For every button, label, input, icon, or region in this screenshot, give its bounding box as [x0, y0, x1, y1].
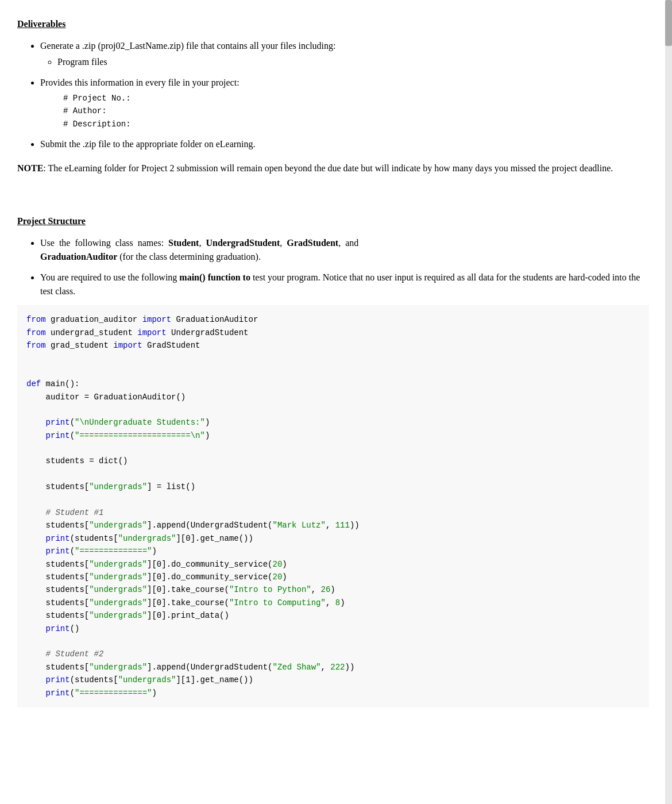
keyword-import: import — [142, 315, 171, 324]
project-structure-section: Project Structure Use the following clas… — [17, 214, 649, 707]
keyword-import: import — [113, 341, 142, 350]
deliverables-title: Deliverables — [17, 17, 649, 31]
keyword-from: from — [26, 315, 46, 324]
string-value: "undergrads" — [89, 560, 147, 569]
project-structure-list: Use the following class names: Student, … — [17, 236, 649, 298]
list-item-classes: Use the following class names: Student, … — [40, 236, 649, 264]
sub-list-1: Program files — [40, 55, 649, 69]
string-value: "undergrads" — [89, 598, 147, 607]
inline-code-block: # Project No.: # Author: # Description: — [63, 92, 649, 130]
code-line: # Project No.: — [63, 92, 649, 105]
code-line: # Description: — [63, 118, 649, 130]
keyword-print: print — [46, 418, 70, 427]
string-value: "=======================\n" — [75, 431, 205, 440]
number-value: 20 — [272, 560, 282, 569]
project-structure-title: Project Structure — [17, 214, 649, 228]
string-value: "undergrads" — [89, 521, 147, 530]
keyword-from: from — [26, 328, 46, 337]
string-value: "undergrads" — [89, 585, 147, 594]
list-item: Provides this information in every file … — [40, 76, 649, 130]
scrollbar-thumb[interactable] — [665, 0, 672, 46]
string-value: "undergrads" — [118, 675, 176, 684]
note-label: NOTE — [17, 163, 43, 173]
keyword-def: def — [26, 379, 41, 388]
class-name-graduation-auditor: GraduationAuditor — [40, 252, 117, 261]
spacer — [17, 186, 649, 209]
string-value: "undergrads" — [89, 611, 147, 620]
bullet-class-names: Use the following class names: Student, … — [40, 238, 358, 261]
list-item: Program files — [57, 55, 649, 69]
main-function-bold: main() function to — [179, 272, 250, 282]
bullet-main-function: You are required to use the following ma… — [40, 272, 640, 296]
string-value: "Mark Lutz" — [272, 521, 325, 530]
code-line: # Author: — [63, 105, 649, 117]
class-name-undergrad: UndergradStudent — [206, 238, 280, 248]
code-comment: # Student #1 — [46, 508, 104, 517]
keyword-import: import — [137, 328, 166, 337]
class-name-gradstudent: GradStudent — [287, 238, 338, 248]
keyword-print: print — [46, 547, 70, 556]
keyword-print: print — [46, 624, 70, 633]
keyword-print: print — [46, 675, 70, 684]
class-name-student: Student — [168, 238, 199, 248]
number-value: 8 — [335, 598, 340, 607]
bullet-text-2: Provides this information in every file … — [40, 78, 240, 87]
note-text: : The eLearning folder for Project 2 sub… — [43, 163, 613, 173]
string-value: "undergrads" — [89, 572, 147, 582]
keyword-print: print — [46, 431, 70, 440]
note-block: NOTE: The eLearning folder for Project 2… — [17, 161, 649, 175]
bullet-text-3: Submit the .zip file to the appropriate … — [40, 139, 256, 149]
string-value: "undergrads" — [89, 663, 147, 672]
string-value: "==============" — [75, 688, 152, 698]
keyword-from: from — [26, 341, 46, 350]
deliverables-section: Deliverables Generate a .zip (proj02_Las… — [17, 17, 649, 175]
string-value: "Intro to Computing" — [229, 598, 326, 607]
string-value: "\nUndergraduate Students:" — [75, 418, 205, 427]
number-value: 26 — [321, 585, 331, 594]
scrollbar[interactable] — [665, 0, 672, 727]
list-item-main-function: You are required to use the following ma… — [40, 271, 649, 298]
code-comment: # Student #2 — [46, 649, 104, 659]
keyword-print: print — [46, 534, 70, 543]
sub-item-text: Program files — [57, 57, 107, 67]
string-value: "Intro to Python" — [229, 585, 311, 594]
string-value: "Zed Shaw" — [272, 663, 320, 672]
bullet-text-1: Generate a .zip (proj02_LastName.zip) fi… — [40, 41, 336, 51]
number-value: 222 — [330, 663, 345, 672]
list-item: Generate a .zip (proj02_LastName.zip) fi… — [40, 39, 649, 69]
string-value: "undergrads" — [118, 534, 176, 543]
keyword-print: print — [46, 688, 70, 698]
number-value: 111 — [335, 521, 350, 530]
and-word: and — [345, 238, 358, 248]
list-item: Submit the .zip file to the appropriate … — [40, 137, 649, 151]
code-area: from graduation_auditor import Graduatio… — [17, 305, 649, 707]
string-value: "==============" — [75, 547, 152, 556]
deliverables-list: Generate a .zip (proj02_LastName.zip) fi… — [17, 39, 649, 151]
class-suffix: (for the class determining graduation). — [119, 252, 261, 261]
number-value: 20 — [272, 572, 282, 582]
string-value: "undergrads" — [89, 482, 147, 491]
following-word: following — [75, 238, 110, 248]
